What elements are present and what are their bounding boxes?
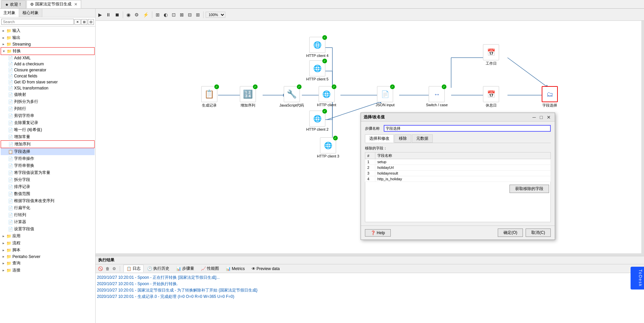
get-fields-btn[interactable]: 获取移除的字段 <box>509 185 549 193</box>
log-settings-btn[interactable]: ⚙ <box>111 266 117 271</box>
lightning-btn[interactable]: ⚡ <box>142 11 150 18</box>
search-options-btn[interactable]: ⊞ <box>81 19 87 25</box>
search-collapse-btn[interactable]: ⊟ <box>88 19 94 25</box>
tree-label-col-rotate: 列转行 <box>14 106 26 112</box>
node-http-client4[interactable]: 🌐 ✓ HTTP client 5 <box>306 60 328 81</box>
tree-item-sort-rows[interactable]: 📄 排序记录 <box>1 183 95 190</box>
dialog-close-btn[interactable]: ✕ <box>545 115 552 120</box>
tree-item-row-col[interactable]: 📄 行转列 <box>1 211 95 218</box>
sidebar-tab-core[interactable]: 核心对象 <box>19 9 42 17</box>
tab-perf[interactable]: 📈 性能图 <box>198 265 222 272</box>
table-row[interactable]: 2 holidayUrl <box>365 165 551 171</box>
tree-item-set-field[interactable]: 📄 设置字段值 <box>1 225 95 233</box>
tree-item-xsl[interactable]: 📄 XSL transformation <box>1 85 95 91</box>
tree-item-str-replace[interactable]: 📄 字符串替换 <box>1 162 95 169</box>
layout-btn1[interactable]: ⊞ <box>154 11 161 18</box>
help-btn[interactable]: ❓ Help <box>365 229 391 237</box>
stop-btn[interactable]: ⏹ <box>113 11 121 18</box>
dialog-minimize-btn[interactable]: ─ <box>531 115 537 120</box>
layout-btn6[interactable]: ⊞ <box>195 11 201 18</box>
tree-item-row-norm[interactable]: 📄 行扁平化 <box>1 204 95 211</box>
tab-main[interactable]: ⚙ 国家法定节假日生成 ✕ <box>26 0 81 8</box>
dialog-tab-metadata[interactable]: 元数据 <box>412 134 433 143</box>
log-delete-btn[interactable]: 🗑 <box>105 266 111 271</box>
node-http-client2[interactable]: 🌐 ✓ HTTP client 2 <box>306 111 328 131</box>
node-http-client5[interactable]: 🌐 ✓ HTTP client 4 <box>306 37 328 58</box>
layout-btn3[interactable]: ⊡ <box>170 11 177 18</box>
tree-item-pentaho[interactable]: ► 📁 Pentaho Server <box>1 254 95 260</box>
table-row[interactable]: 3 holidayresult <box>365 171 551 176</box>
tab-metrics[interactable]: 📊 Metrics <box>223 265 248 272</box>
node-json-input[interactable]: 📄 ✓ JSON input <box>376 86 394 107</box>
tab-step-metrics[interactable]: 📊 步骤量 <box>173 265 197 272</box>
tree-item-input[interactable]: ► 📁 输入 <box>1 27 95 34</box>
node-http-client[interactable]: 🌐 ✓ HTTP client <box>317 86 336 107</box>
search-clear-btn[interactable]: ✕ <box>74 19 80 25</box>
tree-item-streaming[interactable]: ► 📁 Streaming <box>1 41 95 47</box>
tree-item-str-ops[interactable]: 📄 字符串操作 <box>1 155 95 162</box>
dialog-tab-remove[interactable]: 移除 <box>394 134 411 143</box>
table-row[interactable]: 1 setup <box>365 159 551 165</box>
layout-btn5[interactable]: ⊟ <box>186 11 193 18</box>
tree-item-add-xml[interactable]: 📄 Add XML <box>1 55 95 61</box>
tree-item-get-id[interactable]: 📄 Get ID from slave server <box>1 79 95 85</box>
node-switch-case[interactable]: ↔ ✓ Switch / case <box>426 86 448 107</box>
log-clear-btn[interactable]: 🚫 <box>97 266 104 271</box>
tree-item-query[interactable]: ► 📁 查询 <box>1 260 95 267</box>
tree-item-add-seq-const[interactable]: 📄 增加常量 <box>1 133 95 140</box>
node-workday[interactable]: 📅 工作日 <box>483 44 499 66</box>
node-restday[interactable]: 📅 休息日 <box>483 86 499 108</box>
tree-item-dedup[interactable]: 📄 去除重复记录 <box>1 119 95 126</box>
tree-item-num-range[interactable]: 📄 数值范围 <box>1 190 95 197</box>
item-icon: 📄 <box>8 107 13 111</box>
node-add-seq[interactable]: 🔢 ✓ 增加序列 <box>240 86 256 108</box>
tree-item-lookup-change[interactable]: 📄 根据字段值来改变序列 <box>1 197 95 204</box>
node-http-client3[interactable]: 🌐 ✓ HTTP client 3 <box>317 137 339 158</box>
ok-btn[interactable]: 确定(O) <box>498 229 523 237</box>
tree-item-concat-fields[interactable]: 📄 Concat fields <box>1 73 95 79</box>
tree-item-script[interactable]: ► 📁 脚本 <box>1 247 95 254</box>
run-btn[interactable]: ▶ <box>97 11 103 18</box>
layout-btn4[interactable]: ⊠ <box>178 11 185 18</box>
tree-item-output[interactable]: ► 📁 输出 <box>1 34 95 41</box>
tree-item-col-rotate[interactable]: 📄 列转行 <box>1 105 95 112</box>
tree-item-connect[interactable]: ► 📁 连接 <box>1 267 95 274</box>
tab-preview[interactable]: 👁 Preview data <box>249 265 283 272</box>
tab-welcome[interactable]: ★ 欢迎！ <box>1 0 26 8</box>
settings-btn[interactable]: ⚙ <box>133 11 140 18</box>
dialog-tab-select-modify[interactable]: 选择和修改 <box>365 134 394 143</box>
node-field-select[interactable]: 🗂 字段选择 <box>542 86 558 108</box>
sidebar-tab-main[interactable]: 主对象 <box>0 9 19 17</box>
tree-label-add-xml: Add XML <box>14 56 31 60</box>
tree-item-set-const[interactable]: 📄 将字段值设置为常量 <box>1 169 95 176</box>
zoom-select[interactable]: 100% <box>206 12 225 18</box>
tree-item-field-select[interactable]: 📋 字段选择 <box>1 148 95 155</box>
cancel-btn[interactable]: 取消(C) <box>526 229 551 237</box>
tree-item-add-order[interactable]: 📄 增加序列 <box>1 140 95 148</box>
preview-btn[interactable]: ◉ <box>125 11 132 18</box>
tree-item-calc[interactable]: 📄 计算器 <box>1 218 95 225</box>
tree-item-split-rows[interactable]: 📄 列拆分为多行 <box>1 98 95 105</box>
tree-item-closure-gen[interactable]: 📄 Closure generator <box>1 67 95 73</box>
pause-btn[interactable]: ⏸ <box>105 11 112 18</box>
search-input[interactable] <box>1 19 74 25</box>
node-restday-label: 休息日 <box>486 103 497 108</box>
tab-history[interactable]: 🕐 执行历史 <box>144 265 172 272</box>
node-js-code[interactable]: 🔧 ✓ JavaScript代码 <box>279 86 304 108</box>
tree-item-value-map[interactable]: 📄 值映射 <box>1 91 95 98</box>
tab-log[interactable]: 📋 日志 <box>123 265 144 272</box>
close-icon[interactable]: ✕ <box>74 2 77 7</box>
tree-item-app[interactable]: ► 📁 应用 <box>1 233 95 240</box>
table-row[interactable]: 4 http_is_holiday <box>365 176 551 182</box>
dialog-maximize-btn[interactable]: □ <box>539 115 544 120</box>
tree-item-split-field[interactable]: 📄 拆分字段 <box>1 176 95 183</box>
tree-item-transform[interactable]: ▼ 📁 转换 <box>1 47 95 55</box>
tree-item-flow[interactable]: ► 📁 流程 <box>1 240 95 247</box>
tree-item-add-checksum[interactable]: 📄 Add a checksum <box>1 61 95 67</box>
step-name-input[interactable] <box>384 125 551 132</box>
node-gen-record[interactable]: 📋 ✓ 生成记录 <box>201 86 217 108</box>
todesk-btn[interactable]: ToDesk <box>631 267 644 289</box>
tree-item-cut-str[interactable]: 📄 剪切字符串 <box>1 112 95 119</box>
tree-item-unique-hash[interactable]: 📄 唯一行 (哈希值) <box>1 126 95 133</box>
layout-btn2[interactable]: ◐ <box>162 11 169 18</box>
